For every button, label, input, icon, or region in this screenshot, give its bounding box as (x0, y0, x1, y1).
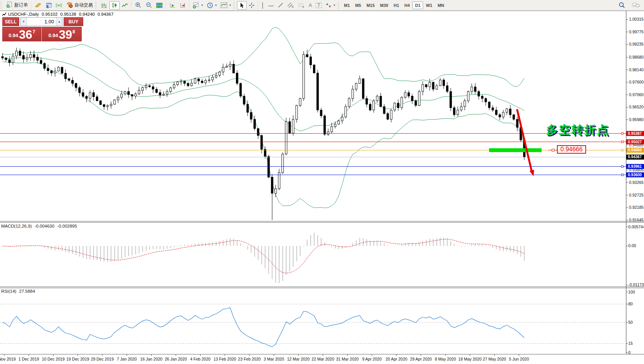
timeframe-button-H1[interactable]: H1 (391, 2, 402, 9)
date-axis-label: 7 Jan 2020 (117, 357, 137, 361)
candle-body (96, 97, 98, 101)
volume-input[interactable] (27, 18, 56, 26)
cursor-icon (239, 2, 245, 8)
new-order-label: 新订单 (14, 2, 28, 8)
horizontal-line-tool-button[interactable]: — (267, 1, 276, 10)
profiles-button[interactable] (33, 1, 43, 10)
toolbar-drag-handle[interactable] (1, 2, 3, 9)
price-axis-label: 0.97060 (629, 92, 644, 97)
crosshair-icon (249, 2, 255, 8)
rsi-name: RSI(14) (1, 289, 16, 293)
toolbar-drag-handle[interactable] (96, 2, 98, 9)
timeframe-button-W1[interactable]: W1 (423, 2, 435, 9)
buy-price-button[interactable]: 0.94 39 8 (42, 27, 82, 41)
candlestick-chart-button[interactable] (109, 1, 120, 10)
candle-body (275, 189, 277, 193)
rsi-value: 27.5884 (19, 289, 35, 293)
data-window-button[interactable] (43, 1, 54, 10)
candle-body (499, 115, 501, 117)
candle-body (415, 101, 417, 105)
timeframe-button-M1[interactable]: M1 (341, 2, 352, 9)
candle-body (100, 101, 102, 105)
candle-body (138, 90, 140, 94)
bar-chart-button[interactable] (99, 1, 109, 10)
sell-price-prefix: 0.94 (8, 33, 18, 38)
channel-tool-button[interactable]: E (285, 1, 296, 10)
fibonacci-tool-button[interactable]: F (296, 1, 307, 10)
signals-button[interactable] (54, 1, 64, 10)
timeframe-button-D1[interactable]: D1 (412, 2, 423, 9)
crosshair-tool-button[interactable] (247, 1, 257, 10)
timeframe-button-M15[interactable]: M15 (364, 2, 377, 9)
sell-price-button[interactable]: 0.94 36 7 (2, 27, 41, 41)
candle-body (289, 121, 291, 133)
chart-shift-button[interactable] (178, 1, 188, 10)
line-chart-button[interactable] (120, 1, 130, 10)
candle-body (306, 54, 308, 57)
candle-body (219, 72, 221, 75)
candle-body (201, 81, 203, 83)
candle-body (40, 60, 42, 63)
candle-body (47, 68, 49, 71)
volume-increase-button[interactable]: ▲ (56, 18, 62, 26)
candle-body (303, 54, 305, 98)
trendline-tool-button[interactable] (276, 1, 285, 10)
candle-body (117, 97, 119, 100)
price-badge-label: 0.95387 (628, 131, 642, 136)
new-order-icon (6, 2, 13, 9)
sell-button[interactable]: SELL (2, 17, 19, 26)
candle-body (352, 89, 354, 98)
candle-body (222, 67, 224, 72)
indicators-button[interactable]: ▾ (219, 1, 233, 10)
date-axis-label: 27 May 2020 (483, 357, 506, 361)
arrows-tool-button[interactable]: ▾ (324, 1, 337, 10)
tile-windows-button[interactable] (154, 1, 165, 10)
new-order-button[interactable]: 新订单 (4, 1, 30, 10)
rsi-axis-label: 100 (628, 290, 635, 294)
turning-point-annotation: 多空转折点 (546, 122, 609, 138)
profiles-icon (35, 2, 41, 8)
chat-icon (632, 2, 640, 8)
volume-decrease-button[interactable]: ▼ (21, 18, 27, 26)
candle-body (334, 124, 336, 126)
timeframe-button-MN[interactable]: MN (435, 2, 447, 9)
date-axis-label: 4 Feb 2020 (190, 357, 211, 361)
auto-trading-button[interactable]: 自动交易 (64, 1, 95, 10)
candle-body (467, 92, 469, 101)
candlestick-chart-icon (111, 2, 118, 8)
candle-body (86, 96, 87, 98)
candle-body (450, 92, 452, 108)
candle-body (131, 95, 133, 96)
search-button[interactable] (616, 1, 627, 10)
zoom-in-button[interactable] (133, 1, 143, 10)
text-tool-button[interactable]: A (307, 1, 314, 10)
candle-body (184, 81, 186, 84)
candle-body (142, 87, 143, 90)
candle-body (212, 77, 214, 80)
chart-canvas[interactable]: 1.003150.997750.992350.986800.981400.976… (0, 0, 644, 364)
buy-button[interactable]: BUY (64, 17, 83, 26)
price-axis-label: 0.91645 (629, 218, 644, 222)
candle-body (338, 121, 339, 124)
candle-body (432, 82, 434, 89)
timeframe-button-M30[interactable]: M30 (377, 2, 391, 9)
toolbar-drag-handle[interactable] (338, 2, 341, 9)
candle-body (36, 57, 38, 60)
timeframe-button-M5[interactable]: M5 (352, 2, 364, 9)
periods-button[interactable]: ▾ (205, 1, 219, 10)
chart-background (0, 11, 644, 364)
toolbar-drag-handle[interactable] (234, 2, 236, 9)
chat-button[interactable] (630, 1, 642, 10)
new-chart-button[interactable]: ▾ (191, 1, 205, 10)
auto-scroll-button[interactable] (167, 1, 178, 10)
text-label-tool-button[interactable]: T (314, 1, 323, 10)
candle-body (369, 104, 371, 110)
timeframe-button-H4[interactable]: H4 (402, 2, 412, 9)
zoom-out-button[interactable] (143, 1, 154, 10)
candle-body (373, 101, 375, 110)
vertical-line-tool-button[interactable]: │ (259, 1, 267, 10)
candle-body (250, 112, 252, 119)
new-chart-icon (193, 2, 199, 8)
cursor-tool-button[interactable] (237, 1, 247, 10)
price-badge-label: 0.94367 (628, 155, 642, 159)
